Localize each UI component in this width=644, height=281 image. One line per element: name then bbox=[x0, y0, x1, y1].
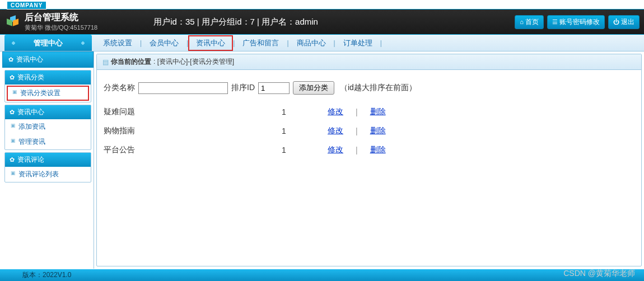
nav-ads-messages[interactable]: 广告和留言 bbox=[235, 38, 287, 48]
password-button[interactable]: ☰账号密码修改 bbox=[547, 15, 605, 29]
sidebar-head-info[interactable]: ✿资讯中心 bbox=[5, 105, 91, 119]
name-label: 分类名称 bbox=[104, 83, 135, 93]
category-name-input[interactable] bbox=[138, 82, 228, 94]
add-category-form: 分类名称 排序ID 添加分类 （id越大排序在前面） bbox=[97, 70, 641, 102]
edit-link[interactable]: 修改 bbox=[328, 107, 343, 117]
sidebar-item-manage-info[interactable]: 管理资讯 bbox=[5, 134, 91, 149]
system-title: 后台管理系统 bbox=[25, 12, 97, 24]
list-icon: ☰ bbox=[552, 18, 558, 26]
sidebar-item-add-info[interactable]: 添加资讯 bbox=[5, 119, 91, 134]
watermark: CSDN @黄菊华老师 bbox=[563, 269, 635, 279]
gear-icon: ✿ bbox=[10, 74, 15, 81]
table-row: 购物指南 1 修改 | 删除 bbox=[97, 121, 641, 140]
sidebar-item-comment-list[interactable]: 资讯评论列表 bbox=[5, 167, 91, 182]
row-name: 购物指南 bbox=[104, 126, 282, 136]
company-tag: COMPANY bbox=[7, 1, 46, 10]
home-icon: ⌂ bbox=[520, 18, 524, 25]
sidebar-section-info: ✿资讯中心 添加资讯 管理资讯 bbox=[4, 105, 91, 150]
nav-member-center[interactable]: 会员中心 bbox=[142, 38, 186, 48]
delete-link[interactable]: 删除 bbox=[370, 126, 386, 136]
power-icon: ⏻ bbox=[613, 18, 619, 25]
main-content: ▤ 你当前的位置: [资讯中心]-[资讯分类管理] 分类名称 排序ID 添加分类… bbox=[94, 51, 644, 269]
sidebar-head-comments[interactable]: ✿资讯评论 bbox=[5, 153, 91, 167]
row-name: 平台公告 bbox=[104, 145, 282, 155]
table-row: 平台公告 1 修改 | 删除 bbox=[97, 140, 641, 160]
header-title-block: 后台管理系统 黄菊华 微信/QQ:45157718 bbox=[25, 12, 97, 32]
footer: 版本：2022V1.0 bbox=[0, 269, 644, 281]
nav-product-center[interactable]: 商品中心 bbox=[289, 38, 334, 48]
sort-id-input[interactable] bbox=[258, 82, 290, 94]
sidebar-item-category-settings[interactable]: 资讯分类设置 bbox=[7, 86, 89, 101]
add-category-button[interactable]: 添加分类 bbox=[293, 81, 334, 95]
gear-icon: ✿ bbox=[8, 56, 13, 63]
header-bar: 后台管理系统 黄菊华 微信/QQ:45157718 用户id：35 | 用户分组… bbox=[0, 9, 644, 35]
top-nav: 管理中心 系统设置| 会员中心| 资讯中心| 广告和留言| 商品中心| 订单处理… bbox=[0, 35, 644, 51]
nav-management-center[interactable]: 管理中心 bbox=[4, 35, 92, 51]
home-button[interactable]: ⌂首页 bbox=[515, 15, 544, 29]
breadcrumb: ▤ 你当前的位置: [资讯中心]-[资讯分类管理] bbox=[97, 54, 641, 70]
row-sort: 1 bbox=[282, 127, 328, 135]
delete-link[interactable]: 删除 bbox=[370, 145, 386, 155]
sort-label: 排序ID bbox=[231, 83, 255, 93]
nav-order-processing[interactable]: 订单处理 bbox=[335, 38, 380, 48]
row-sort: 1 bbox=[282, 146, 328, 154]
sidebar-section-category: ✿资讯分类 资讯分类设置 bbox=[4, 70, 91, 102]
edit-link[interactable]: 修改 bbox=[328, 145, 343, 155]
sidebar: ✿资讯中心 ✿资讯分类 资讯分类设置 ✿资讯中心 添加资讯 管理资讯 ✿资讯评论… bbox=[2, 51, 94, 269]
gear-icon: ✿ bbox=[10, 156, 15, 163]
nav-info-center[interactable]: 资讯中心 bbox=[188, 35, 233, 51]
row-sort: 1 bbox=[282, 107, 328, 116]
logo-icon bbox=[7, 15, 20, 29]
nav-system-settings[interactable]: 系统设置 bbox=[95, 38, 140, 48]
gear-icon: ✿ bbox=[10, 109, 15, 116]
edit-link[interactable]: 修改 bbox=[328, 126, 343, 136]
user-info: 用户id：35 | 用户分组id：7 | 用户名：admin bbox=[97, 17, 515, 27]
page-icon: ▤ bbox=[102, 58, 109, 66]
logout-button[interactable]: ⏻退出 bbox=[608, 15, 640, 29]
sidebar-section-comments: ✿资讯评论 资讯评论列表 bbox=[4, 152, 91, 182]
sort-hint: （id越大排序在前面） bbox=[340, 83, 417, 93]
delete-link[interactable]: 删除 bbox=[370, 107, 386, 117]
sidebar-head-category[interactable]: ✿资讯分类 bbox=[5, 71, 91, 85]
table-row: 疑难问题 1 修改 | 删除 bbox=[97, 102, 641, 121]
row-name: 疑难问题 bbox=[104, 107, 282, 117]
sidebar-top[interactable]: ✿资讯中心 bbox=[2, 51, 94, 68]
system-subtitle: 黄菊华 微信/QQ:45157718 bbox=[25, 24, 97, 32]
